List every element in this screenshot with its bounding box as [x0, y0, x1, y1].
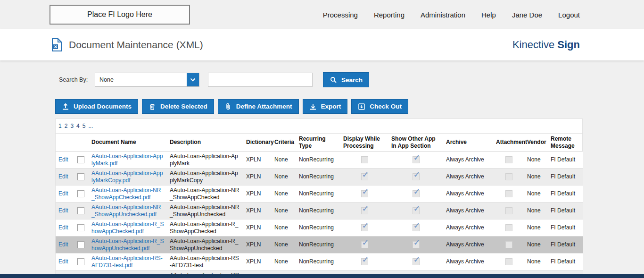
page-link[interactable]: 5 — [83, 123, 86, 129]
attachment-checkbox[interactable] — [505, 258, 512, 265]
edit-link[interactable]: Edit — [58, 207, 68, 214]
show-other-app-checkbox[interactable] — [413, 224, 420, 231]
check-out-button[interactable]: Check Out — [351, 99, 408, 114]
display-while-processing-checkbox[interactable] — [361, 156, 368, 163]
col-description: Description — [167, 134, 243, 152]
display-while-processing-cell — [340, 168, 388, 185]
page-ellipsis: ... — [88, 123, 93, 129]
nav-help[interactable]: Help — [481, 11, 496, 19]
row-select-checkbox[interactable] — [77, 173, 84, 180]
upload-documents-button[interactable]: Upload Documents — [55, 99, 138, 114]
attachment-checkbox[interactable] — [505, 156, 512, 163]
edit-link[interactable]: Edit — [58, 241, 68, 248]
document-xml-icon — [51, 38, 62, 51]
document-name-link[interactable]: AAuto-Loan-Application-R_ShowAppChecked.… — [91, 221, 164, 235]
dictionary-cell: XPLN — [243, 168, 272, 185]
document-name-cell: AAuto-Loan-Application-NR_ShowAppUncheck… — [89, 202, 167, 219]
define-attachment-button[interactable]: Define Attachment — [218, 99, 299, 114]
document-name-link[interactable]: AAuto-Loan-Application-RS-AFD731-test.pd… — [91, 255, 163, 269]
row-select-checkbox[interactable] — [77, 156, 84, 163]
delete-selected-button[interactable]: Delete Selected — [142, 99, 214, 114]
display-while-processing-checkbox[interactable] — [361, 258, 368, 265]
attachment-checkbox[interactable] — [505, 224, 512, 231]
show-other-app-cell — [388, 152, 443, 168]
criteria-cell: None — [272, 168, 296, 185]
row-select-checkbox[interactable] — [77, 258, 84, 265]
display-while-processing-checkbox[interactable] — [361, 207, 368, 214]
search-input[interactable] — [208, 73, 313, 87]
document-name-link[interactable]: AAuto-Loan-Application-ApplyMark.pdf — [91, 153, 163, 167]
criteria-cell: None — [272, 219, 296, 236]
vendor-cell: None — [524, 219, 548, 236]
brand-name: Kinective — [512, 39, 554, 51]
col-attachment: Attachment — [493, 134, 524, 152]
attachment-checkbox[interactable] — [505, 207, 512, 214]
description-cell: AAuto-Loan-Application-ApplyMarkCopy — [167, 168, 243, 185]
row-select-checkbox[interactable] — [77, 207, 84, 214]
show-other-app-checkbox[interactable] — [413, 156, 420, 163]
recurring-type-cell: NonRecurring — [296, 185, 340, 202]
attachment-checkbox[interactable] — [505, 173, 512, 180]
page-link[interactable]: 3 — [70, 123, 74, 129]
row-select-checkbox[interactable] — [77, 241, 84, 248]
edit-link[interactable]: Edit — [58, 173, 68, 180]
edit-cell: Edit — [56, 185, 74, 202]
edit-link[interactable]: Edit — [58, 190, 68, 197]
show-other-app-cell — [388, 219, 443, 236]
display-while-processing-checkbox[interactable] — [361, 190, 368, 197]
nav-user[interactable]: Jane Doe — [512, 11, 542, 19]
show-other-app-checkbox[interactable] — [413, 258, 420, 265]
nav-logout[interactable]: Logout — [558, 11, 580, 19]
show-other-app-checkbox[interactable] — [413, 190, 420, 197]
search-by-dropdown[interactable]: None — [95, 73, 199, 87]
table-row: Edit AAuto-Loan-Application-RS-AFD731-te… — [56, 253, 583, 270]
recurring-type-cell: NonRecurring — [296, 168, 340, 185]
table-row: Edit AAuto-Loan-Application-ApplyMarkCop… — [56, 168, 583, 185]
button-label: Delete Selected — [160, 103, 207, 110]
display-while-processing-checkbox[interactable] — [361, 173, 368, 180]
vendor-cell: None — [524, 168, 548, 185]
row-select-checkbox[interactable] — [77, 224, 84, 231]
criteria-cell: None — [272, 253, 296, 270]
document-name-link[interactable]: AAuto-Loan-Application-NR_ShowAppUncheck… — [91, 204, 161, 218]
chevron-down-icon[interactable] — [187, 73, 199, 86]
document-name-link[interactable]: AAuto-Loan-Application-ApplyMarkCopy.pdf — [91, 170, 163, 184]
archive-cell: Always Archive — [443, 152, 493, 168]
page-link[interactable]: 1 — [58, 123, 62, 129]
show-other-app-cell — [388, 168, 443, 185]
attachment-checkbox[interactable] — [505, 190, 512, 197]
nav-administration[interactable]: Administration — [421, 11, 465, 19]
display-while-processing-checkbox[interactable] — [361, 241, 368, 248]
search-by-label: Search By: — [59, 76, 95, 83]
archive-cell: Always Archive — [443, 253, 493, 270]
edit-link[interactable]: Edit — [58, 258, 68, 265]
search-button[interactable]: Search — [323, 72, 369, 87]
description-cell: AAuto-Loan-Application-NR_ShowAppChecked — [167, 185, 243, 202]
button-label: Define Attachment — [236, 103, 292, 110]
show-other-app-checkbox[interactable] — [413, 241, 420, 248]
display-while-processing-cell — [340, 202, 388, 219]
edit-link[interactable]: Edit — [58, 156, 68, 163]
export-button[interactable]: Export — [303, 99, 348, 114]
remote-message-cell: FI Default — [548, 202, 583, 219]
document-name-link[interactable]: AAuto-Loan-Application-R_ShowAppUnchecke… — [91, 238, 164, 252]
row-select-checkbox[interactable] — [77, 190, 84, 197]
criteria-cell: None — [272, 185, 296, 202]
edit-cell: Edit — [56, 152, 74, 168]
description-cell: AAuto-Loan-Application-NR_ShowAppUncheck… — [167, 202, 243, 219]
nav-processing[interactable]: Processing — [323, 11, 358, 19]
document-name-link[interactable]: AAuto-Loan-Application-NR_ShowAppChecked… — [91, 187, 161, 201]
show-other-app-cell — [388, 202, 443, 219]
dictionary-cell: XPLN — [243, 219, 272, 236]
edit-link[interactable]: Edit — [58, 224, 68, 231]
document-name-cell: AAuto-Loan-Application-ApplyMarkCopy.pdf — [89, 168, 167, 185]
attachment-checkbox[interactable] — [505, 241, 512, 248]
show-other-app-checkbox[interactable] — [413, 173, 420, 180]
page-link[interactable]: 2 — [65, 123, 68, 129]
show-other-app-checkbox[interactable] — [413, 207, 420, 214]
display-while-processing-cell — [340, 253, 388, 270]
display-while-processing-checkbox[interactable] — [361, 224, 368, 231]
documents-table: Document Name Description Dictionary Cri… — [56, 133, 583, 278]
page-link[interactable]: 4 — [76, 123, 80, 129]
nav-reporting[interactable]: Reporting — [374, 11, 405, 19]
